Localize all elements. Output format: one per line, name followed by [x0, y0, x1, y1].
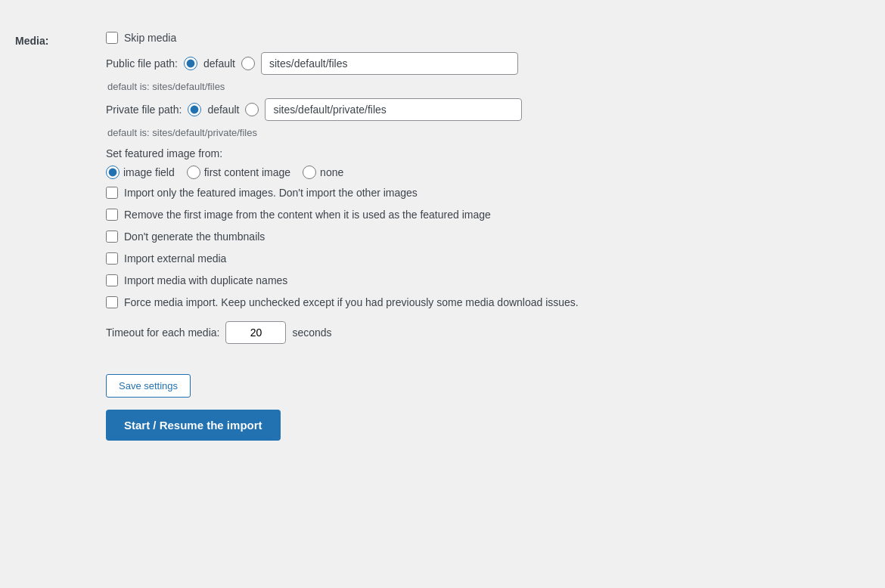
- public-file-path-row: Public file path: default: [106, 52, 847, 75]
- timeout-input[interactable]: [225, 321, 286, 344]
- import-only-featured-checkbox[interactable]: [106, 187, 118, 199]
- force-media-import-row: Force media import. Keep unchecked excep…: [106, 295, 847, 311]
- import-duplicate-names-checkbox[interactable]: [106, 274, 118, 286]
- featured-image-field-radio[interactable]: [106, 166, 120, 179]
- remove-first-image-label[interactable]: Remove the first image from the content …: [124, 207, 491, 223]
- featured-image-section: Set featured image from: image field fir…: [106, 147, 847, 223]
- public-default-hint: default is: sites/default/files: [107, 81, 847, 92]
- featured-image-field-option: image field: [106, 166, 175, 179]
- import-only-featured-label[interactable]: Import only the featured images. Don't i…: [124, 185, 418, 201]
- featured-none-option: none: [303, 166, 343, 179]
- set-featured-label: Set featured image from:: [106, 147, 847, 159]
- force-media-import-checkbox[interactable]: [106, 296, 118, 308]
- force-media-import-label[interactable]: Force media import. Keep unchecked excep…: [124, 295, 579, 311]
- import-only-featured-row: Import only the featured images. Don't i…: [106, 185, 847, 201]
- featured-none-radio[interactable]: [303, 166, 316, 179]
- public-file-path-input[interactable]: [261, 52, 518, 75]
- featured-first-content-radio[interactable]: [187, 166, 200, 179]
- skip-media-checkbox[interactable]: [106, 32, 118, 44]
- media-content: Skip media Public file path: default def…: [106, 30, 847, 344]
- skip-media-row: Skip media: [106, 30, 847, 46]
- featured-radio-group: image field first content image none: [106, 166, 847, 179]
- timeout-row: Timeout for each media: seconds: [106, 321, 847, 344]
- private-default-radio[interactable]: [188, 103, 201, 116]
- dont-generate-thumbnails-label[interactable]: Don't generate the thumbnails: [124, 229, 265, 245]
- actions-section: Save settings Start / Resume the import: [15, 374, 847, 441]
- public-default-radio[interactable]: [184, 57, 197, 70]
- media-section-row: Media: Skip media Public file path: defa…: [15, 23, 847, 351]
- media-form: Media: Skip media Public file path: defa…: [15, 23, 847, 441]
- timeout-unit: seconds: [292, 326, 331, 339]
- import-duplicate-names-label[interactable]: Import media with duplicate names: [124, 273, 287, 289]
- public-file-path-label: Public file path:: [106, 57, 178, 70]
- featured-image-field-label[interactable]: image field: [123, 166, 175, 178]
- public-default-radio-label[interactable]: default: [203, 57, 235, 70]
- featured-first-content-label[interactable]: first content image: [204, 166, 290, 178]
- private-default-hint: default is: sites/default/private/files: [107, 127, 847, 138]
- private-custom-radio[interactable]: [245, 103, 259, 116]
- import-external-media-label[interactable]: Import external media: [124, 251, 226, 267]
- private-default-radio-label[interactable]: default: [207, 104, 239, 116]
- private-file-path-row: Private file path: default: [106, 98, 847, 121]
- remove-first-image-checkbox[interactable]: [106, 209, 118, 221]
- public-custom-radio[interactable]: [241, 57, 255, 70]
- featured-none-label[interactable]: none: [320, 166, 343, 178]
- media-options: Skip media Public file path: default def…: [106, 30, 847, 344]
- private-file-path-label: Private file path:: [106, 104, 182, 116]
- import-external-media-checkbox[interactable]: [106, 252, 118, 265]
- media-label: Media:: [15, 30, 106, 47]
- remove-first-image-row: Remove the first image from the content …: [106, 207, 847, 223]
- dont-generate-thumbnails-checkbox[interactable]: [106, 231, 118, 243]
- save-settings-button[interactable]: Save settings: [106, 374, 191, 398]
- import-duplicate-names-row: Import media with duplicate names: [106, 273, 847, 289]
- timeout-label: Timeout for each media:: [106, 326, 219, 339]
- dont-generate-thumbnails-row: Don't generate the thumbnails: [106, 229, 847, 245]
- import-external-media-row: Import external media: [106, 251, 847, 267]
- skip-media-label[interactable]: Skip media: [124, 30, 176, 46]
- private-file-path-input[interactable]: [265, 98, 522, 121]
- featured-first-content-option: first content image: [187, 166, 290, 179]
- start-resume-button[interactable]: Start / Resume the import: [106, 410, 281, 441]
